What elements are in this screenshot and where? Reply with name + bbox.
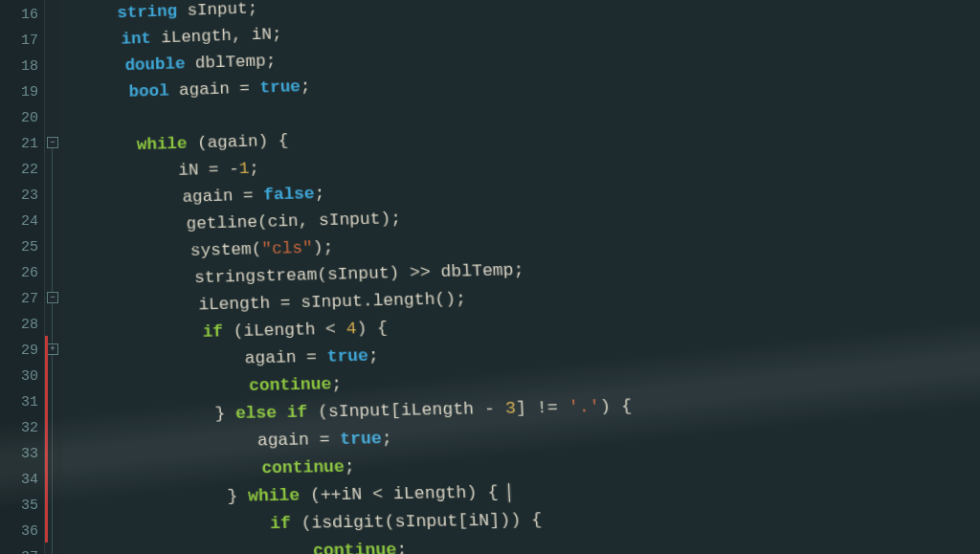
token-id: dblTemp: [195, 52, 266, 73]
token-fn: isdigit: [311, 512, 385, 533]
line-number: 24: [0, 209, 44, 234]
token-id: sInput: [328, 401, 391, 422]
code-area[interactable]: string sInput;int iLength, iN;double dbl…: [62, 0, 980, 554]
token-id: iLength: [393, 483, 467, 504]
line-number: 16: [0, 2, 44, 28]
code-editor[interactable]: 1617181920212223242526272829303132333435…: [0, 0, 980, 554]
token-punct: ) {: [356, 319, 388, 339]
token-id: iLength: [243, 320, 316, 341]
token-op: !=: [536, 398, 568, 418]
token-punct: (: [317, 265, 328, 284]
token-id: sInput: [327, 264, 390, 285]
token-punct: ) {: [257, 131, 289, 151]
fold-toggle-icon[interactable]: −: [47, 137, 58, 148]
token-chr: '.': [568, 397, 600, 417]
token-op: [151, 29, 162, 48]
token-op: [168, 81, 179, 100]
fold-toggle-icon[interactable]: +: [47, 343, 58, 355]
token-id: iLength: [400, 399, 474, 420]
token-op: [185, 54, 195, 73]
line-number: 25: [0, 234, 44, 260]
token-op: =: [308, 430, 340, 450]
token-kw: while: [137, 134, 188, 154]
token-punct: );: [380, 209, 401, 229]
token-bval: true: [340, 429, 382, 449]
line-number-gutter: 1617181920212223242526272829303132333435…: [0, 0, 45, 554]
token-kw: continue: [249, 374, 332, 395]
token-punct: ]: [515, 398, 537, 418]
token-punct: }: [227, 486, 248, 506]
token-punct: ;: [272, 25, 282, 44]
line-number: 35: [0, 493, 44, 519]
token-id: again: [257, 431, 310, 451]
token-punct: [: [390, 401, 402, 421]
fold-toggle-icon[interactable]: −: [47, 292, 58, 303]
token-punct: ): [389, 263, 410, 283]
token-kw: while: [248, 486, 301, 506]
token-id: iN: [341, 485, 363, 505]
token-id: sInput: [187, 0, 248, 20]
token-op: >>: [410, 262, 441, 282]
token-fn: stringstream: [194, 265, 318, 287]
token-punct: ;: [368, 346, 380, 366]
token-punct: (: [301, 513, 312, 533]
token-kw: continue: [313, 540, 397, 554]
token-op: <: [362, 484, 394, 504]
token-punct: ])) {: [489, 510, 543, 530]
token-punct: ;: [331, 374, 343, 393]
token-bval: true: [326, 346, 368, 366]
token-punct: ;: [247, 0, 257, 18]
token-op: =: [198, 160, 229, 180]
line-number: 30: [0, 364, 44, 389]
token-op: =: [296, 347, 327, 367]
line-number: 32: [0, 415, 44, 441]
token-op: [223, 321, 234, 341]
token-num: 1: [238, 159, 249, 178]
token-id: iLength: [198, 294, 270, 315]
token-id: sInput: [394, 511, 458, 532]
token-kw: else if: [235, 403, 308, 424]
token-op: -: [474, 399, 506, 419]
token-kw: if: [202, 322, 223, 343]
token-id: sInput: [301, 292, 363, 313]
token-id: iN: [252, 25, 273, 44]
token-type: int: [121, 29, 151, 48]
change-marker: [45, 336, 48, 543]
token-punct: ;: [396, 540, 408, 554]
token-punct: ;: [344, 457, 355, 477]
line-number: 19: [0, 79, 44, 105]
token-type: bool: [128, 81, 169, 101]
text-cursor: [508, 483, 510, 502]
token-punct: ) {: [466, 482, 509, 502]
token-op: [307, 402, 319, 421]
token-punct: ();: [434, 289, 466, 309]
token-punct: }: [214, 404, 235, 424]
token-id: iN: [468, 511, 490, 531]
token-fn: system: [190, 240, 252, 260]
line-number: 34: [0, 467, 44, 493]
token-punct: ) {: [599, 396, 632, 416]
line-number: 28: [0, 312, 44, 338]
line-number: 18: [0, 54, 44, 79]
token-punct: ,: [231, 26, 252, 45]
token-op: =: [229, 78, 259, 99]
token-id: iN: [178, 161, 199, 180]
token-fn: length: [372, 290, 435, 311]
token-type: double: [124, 55, 185, 76]
line-number: 27: [0, 286, 44, 312]
token-punct: );: [312, 238, 333, 257]
token-id: iLength: [161, 27, 232, 48]
token-str: "cls": [261, 238, 313, 258]
token-punct: ,: [298, 211, 319, 231]
token-op: =: [270, 293, 301, 313]
token-punct: ;: [265, 52, 276, 71]
line-number: 26: [0, 260, 44, 286]
token-kw: if: [270, 514, 291, 534]
token-punct: ;: [301, 77, 311, 96]
line-number: 17: [0, 28, 44, 54]
token-id: again: [179, 79, 230, 100]
token-id: again: [244, 347, 296, 367]
token-punct: .: [362, 291, 373, 310]
fold-column: −−+: [45, 0, 62, 554]
token-op: <: [315, 320, 346, 340]
